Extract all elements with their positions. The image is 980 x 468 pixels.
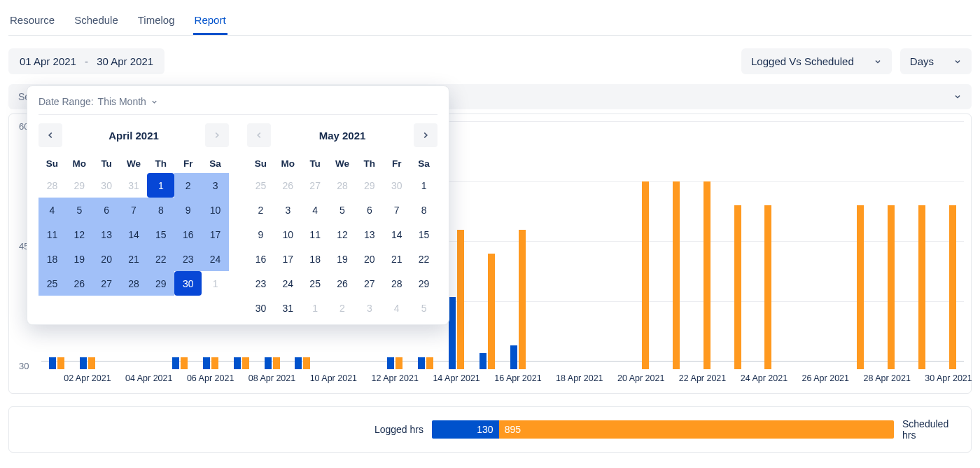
calendar-day[interactable]: 28	[383, 271, 410, 296]
bar-logged[interactable]	[295, 357, 302, 369]
calendar-day[interactable]: 6	[356, 198, 383, 222]
calendar-day[interactable]: 27	[93, 271, 120, 296]
calendar-day-other[interactable]: 28	[38, 173, 66, 198]
calendar-day[interactable]: 8	[147, 198, 174, 222]
metric-select[interactable]: Logged Vs Scheduled	[741, 48, 892, 74]
tab-schedule[interactable]: Schedule	[73, 8, 120, 35]
calendar-day[interactable]: 6	[93, 198, 120, 222]
bar-scheduled[interactable]	[704, 181, 710, 369]
calendar-day-other[interactable]: 5	[410, 296, 438, 320]
bar-scheduled[interactable]	[918, 205, 925, 369]
calendar-day[interactable]: 9	[247, 222, 274, 247]
calendar-day-other[interactable]: 1	[202, 271, 229, 296]
calendar-day-other[interactable]: 2	[329, 296, 356, 320]
calendar-day[interactable]: 30	[174, 271, 202, 296]
bar-scheduled[interactable]	[57, 357, 64, 369]
calendar-day[interactable]: 20	[93, 247, 120, 271]
calendar-day[interactable]: 10	[274, 222, 302, 247]
tab-resource[interactable]: Resource	[8, 8, 56, 35]
bar-scheduled[interactable]	[273, 357, 280, 369]
calendar-day[interactable]: 19	[66, 247, 93, 271]
bar-scheduled[interactable]	[734, 205, 741, 369]
calendar-day[interactable]: 31	[274, 296, 302, 320]
calendar-day[interactable]: 18	[302, 247, 329, 271]
bar-scheduled[interactable]	[457, 230, 464, 370]
calendar-day[interactable]: 12	[66, 222, 93, 247]
calendar-day-other[interactable]: 28	[329, 173, 356, 198]
bar-scheduled[interactable]	[181, 357, 188, 369]
bar-scheduled[interactable]	[888, 205, 895, 369]
calendar-day-other[interactable]: 25	[247, 173, 274, 198]
calendar-day[interactable]: 3	[274, 198, 302, 222]
calendar-day[interactable]: 2	[247, 198, 274, 222]
calendar-day-other[interactable]: 1	[302, 296, 329, 320]
bar-scheduled[interactable]	[426, 357, 433, 369]
calendar-day[interactable]: 13	[93, 222, 120, 247]
calendar-day[interactable]: 26	[329, 271, 356, 296]
bar-scheduled[interactable]	[488, 254, 495, 369]
calendar-day[interactable]: 3	[202, 173, 229, 198]
bar-scheduled[interactable]	[764, 205, 771, 369]
calendar-day[interactable]: 14	[120, 222, 148, 247]
tab-report[interactable]: Report	[193, 8, 227, 35]
bar-scheduled[interactable]	[303, 357, 310, 369]
calendar-day-other[interactable]: 26	[274, 173, 302, 198]
calendar-day[interactable]: 30	[247, 296, 274, 320]
calendar-day[interactable]: 29	[147, 271, 174, 296]
calendar-day[interactable]: 1	[410, 173, 438, 198]
calendar-day[interactable]: 18	[38, 247, 66, 271]
prev-month-button[interactable]	[38, 123, 62, 147]
bar-logged[interactable]	[449, 297, 456, 369]
calendar-day[interactable]: 14	[383, 222, 410, 247]
bar-logged[interactable]	[80, 357, 87, 369]
bar-scheduled[interactable]	[519, 230, 526, 370]
bar-scheduled[interactable]	[949, 205, 956, 369]
calendar-day[interactable]: 22	[147, 247, 174, 271]
calendar-day[interactable]: 10	[202, 198, 229, 222]
calendar-day[interactable]: 2	[174, 173, 202, 198]
calendar-day[interactable]: 25	[302, 271, 329, 296]
calendar-day[interactable]: 23	[247, 271, 274, 296]
calendar-day[interactable]: 21	[383, 247, 410, 271]
calendar-day[interactable]: 22	[410, 247, 438, 271]
bar-scheduled[interactable]	[396, 357, 402, 369]
bar-scheduled[interactable]	[857, 205, 864, 369]
calendar-day[interactable]: 27	[356, 271, 383, 296]
calendar-day[interactable]: 1	[147, 173, 174, 198]
calendar-day[interactable]: 17	[202, 222, 229, 247]
calendar-day[interactable]: 9	[174, 198, 202, 222]
bar-scheduled[interactable]	[211, 357, 218, 369]
bar-scheduled[interactable]	[88, 357, 95, 369]
calendar-day-other[interactable]: 29	[66, 173, 93, 198]
prev-month-b-button[interactable]	[247, 123, 271, 147]
calendar-day-other[interactable]: 30	[93, 173, 120, 198]
calendar-day[interactable]: 5	[66, 198, 93, 222]
preset-select[interactable]: Date Range: This Month	[38, 96, 438, 115]
calendar-day[interactable]: 13	[356, 222, 383, 247]
calendar-day[interactable]: 12	[329, 222, 356, 247]
bar-logged[interactable]	[265, 357, 272, 369]
calendar-day[interactable]: 15	[410, 222, 438, 247]
next-month-button[interactable]	[414, 123, 438, 147]
calendar-day[interactable]: 4	[302, 198, 329, 222]
calendar-day[interactable]: 15	[147, 222, 174, 247]
calendar-day-other[interactable]: 4	[383, 296, 410, 320]
bar-scheduled[interactable]	[673, 181, 680, 369]
granularity-select[interactable]: Days	[900, 48, 972, 74]
bar-logged[interactable]	[418, 357, 425, 369]
tab-timelog[interactable]: Timelog	[136, 8, 176, 35]
calendar-day[interactable]: 7	[120, 198, 148, 222]
calendar-day[interactable]: 28	[120, 271, 148, 296]
calendar-day[interactable]: 5	[329, 198, 356, 222]
calendar-day[interactable]: 11	[302, 222, 329, 247]
calendar-day[interactable]: 20	[356, 247, 383, 271]
calendar-day[interactable]: 29	[410, 271, 438, 296]
bar-logged[interactable]	[234, 357, 241, 369]
bar-logged[interactable]	[387, 357, 394, 369]
date-range-button[interactable]: 01 Apr 2021 - 30 Apr 2021	[8, 48, 164, 74]
bar-logged[interactable]	[49, 357, 56, 369]
calendar-day-other[interactable]: 30	[383, 173, 410, 198]
calendar-day[interactable]: 24	[202, 247, 229, 271]
calendar-day[interactable]: 26	[66, 271, 93, 296]
bar-logged[interactable]	[172, 357, 179, 369]
